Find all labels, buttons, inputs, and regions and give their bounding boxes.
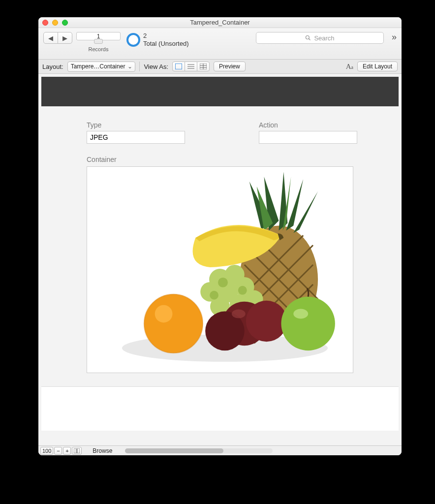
svg-point-31: [281, 297, 335, 350]
record-count-area[interactable]: 2 Total (Unsorted): [126, 32, 188, 47]
slider-handle[interactable]: [94, 39, 103, 44]
action-label: Action: [259, 121, 357, 129]
list-view-icon: [187, 63, 194, 69]
search-placeholder: Search: [314, 34, 334, 42]
prev-record-button[interactable]: ◀: [43, 32, 58, 44]
svg-point-21: [218, 278, 228, 287]
close-window-button[interactable]: [42, 20, 48, 26]
form-view-icon: [175, 63, 182, 69]
layout-parts-icon: [74, 448, 80, 453]
toolbar: ◀ ▶ 1 Records 2 Total (Unsorted) Search …: [38, 28, 402, 60]
svg-rect-2: [175, 63, 182, 69]
statusbar: 100 − + Browse: [38, 445, 402, 455]
divider: [139, 62, 140, 71]
svg-point-0: [306, 36, 310, 39]
edit-layout-button[interactable]: Edit Layout: [357, 62, 398, 71]
search-icon: [305, 35, 311, 41]
type-field: Type: [87, 121, 185, 144]
layout-label: Layout:: [42, 63, 63, 70]
layout-parts-button[interactable]: [72, 447, 82, 455]
layout-select[interactable]: Tampere…Container: [67, 62, 136, 72]
svg-rect-34: [77, 448, 80, 453]
preview-button[interactable]: Preview: [214, 62, 246, 71]
minimize-window-button[interactable]: [52, 20, 58, 26]
record-nav: ◀ ▶: [43, 32, 72, 44]
layout-value: Tampere…Container: [71, 63, 125, 70]
next-record-button[interactable]: ▶: [58, 32, 72, 44]
content-footer-gap: [41, 386, 399, 431]
search-input[interactable]: Search: [256, 32, 384, 44]
titlebar: Tampered_Container: [38, 17, 402, 28]
mode-label[interactable]: Browse: [93, 447, 112, 454]
window-controls: [42, 20, 68, 26]
view-table-button[interactable]: [197, 62, 210, 71]
pie-chart-icon: [126, 33, 140, 47]
text-format-icon[interactable]: Aa: [346, 63, 353, 71]
svg-point-23: [238, 286, 247, 295]
container-image: [87, 167, 353, 373]
toolbar-overflow-button[interactable]: »: [392, 32, 397, 42]
svg-point-25: [246, 301, 287, 342]
form-body: Type Action: [38, 106, 402, 144]
svg-rect-33: [74, 448, 76, 453]
record-total: 2: [143, 32, 188, 40]
content-area: Type Action Container: [38, 74, 402, 445]
zoom-in-button[interactable]: +: [63, 447, 71, 455]
container-label: Container: [87, 156, 402, 163]
svg-point-29: [155, 305, 173, 323]
layout-header-band: [41, 77, 399, 106]
zoom-value[interactable]: 100: [40, 447, 53, 455]
svg-point-22: [210, 291, 218, 300]
svg-point-32: [293, 309, 308, 319]
container-field[interactable]: [87, 166, 353, 373]
horizontal-scrollbar[interactable]: [125, 448, 273, 453]
svg-line-1: [309, 39, 311, 40]
sort-state: Total (Unsorted): [143, 40, 188, 48]
layoutbar: Layout: Tampere…Container View As: Previ…: [38, 60, 402, 74]
record-slider[interactable]: 1: [76, 32, 121, 40]
type-label: Type: [87, 121, 185, 129]
table-view-icon: [200, 63, 207, 69]
zoom-out-button[interactable]: −: [54, 447, 62, 455]
app-window: Tampered_Container ◀ ▶ 1 Records 2 Total…: [38, 17, 402, 455]
view-mode-buttons: [172, 62, 210, 71]
action-field: Action: [259, 121, 357, 144]
type-input[interactable]: [87, 131, 185, 144]
view-form-button[interactable]: [172, 62, 185, 71]
window-title: Tampered_Container: [38, 19, 402, 26]
action-input[interactable]: [259, 131, 357, 144]
viewas-label: View As:: [144, 63, 168, 70]
records-label: Records: [89, 46, 109, 52]
maximize-window-button[interactable]: [62, 20, 68, 26]
svg-point-27: [232, 310, 246, 318]
view-list-button[interactable]: [185, 62, 197, 71]
record-slider-area: 1 Records: [76, 32, 121, 52]
